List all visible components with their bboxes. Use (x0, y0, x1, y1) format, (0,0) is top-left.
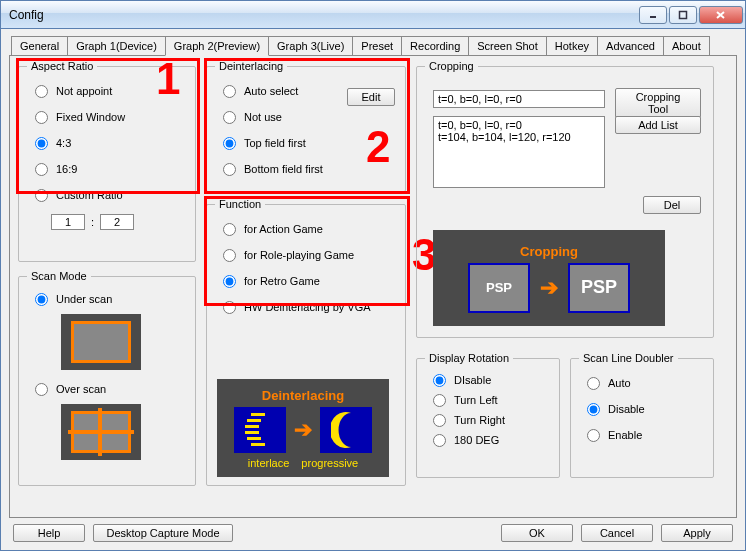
display-rotation-label-3: 180 DEG (454, 434, 499, 446)
arrow-icon: ➔ (540, 275, 558, 301)
cropping-list[interactable]: t=0, b=0, l=0, r=0t=104, b=104, l=120, r… (433, 116, 605, 188)
tab-preset[interactable]: Preset (352, 36, 402, 56)
display-rotation-option-0[interactable]: DIsable (425, 370, 551, 390)
dialog-buttons: Help Desktop Capture Mode OK Cancel Appl… (9, 518, 737, 542)
close-button[interactable] (699, 6, 743, 24)
function-option-0[interactable]: for Action Game (215, 216, 397, 242)
deinterlace-edit-button[interactable]: Edit (347, 88, 395, 106)
display-rotation-radio-1[interactable] (433, 394, 446, 407)
maximize-button[interactable] (669, 6, 697, 24)
tab-hotkey[interactable]: Hotkey (546, 36, 598, 56)
function-radio-1[interactable] (223, 249, 236, 262)
psp-before-box: PSP (468, 263, 530, 313)
function-option-3[interactable]: HW Deinterlacing by VGA (215, 294, 397, 320)
display-rotation-option-2[interactable]: Turn Right (425, 410, 551, 430)
scan-under-radio[interactable] (35, 293, 48, 306)
scan-line-doubler-option-0[interactable]: Auto (579, 370, 705, 396)
deinterlacing-radio-1[interactable] (223, 111, 236, 124)
svg-rect-5 (247, 419, 261, 422)
moon-progressive-icon (331, 411, 361, 449)
scan-line-doubler-option-2[interactable]: Enable (579, 422, 705, 448)
function-radio-3[interactable] (223, 301, 236, 314)
scan-line-doubler-legend: Scan Line Doubler (579, 352, 678, 364)
aspect-ratio-label-3: 16:9 (56, 163, 77, 175)
display-rotation-radio-0[interactable] (433, 374, 446, 387)
deinterlace-graphic: Deinterlacing ➔ (217, 379, 389, 477)
tab-graph-3-live-[interactable]: Graph 3(Live) (268, 36, 353, 56)
ok-button[interactable]: OK (501, 524, 573, 542)
moon-interlace-icon (245, 411, 275, 449)
display-rotation-radio-2[interactable] (433, 414, 446, 427)
deinterlacing-label-2: Top field first (244, 137, 306, 149)
apply-button[interactable]: Apply (661, 524, 733, 542)
tab-bar: GeneralGraph 1(Device)Graph 2(Preview)Gr… (9, 35, 737, 55)
scan-line-doubler-option-1[interactable]: Disable (579, 396, 705, 422)
cropping-add-button[interactable]: Add List (615, 116, 701, 134)
aspect-ratio-option-4[interactable]: Custom Ratio (27, 182, 187, 208)
tab-about[interactable]: About (663, 36, 710, 56)
scan-over-label: Over scan (56, 383, 106, 395)
minimize-button[interactable] (639, 6, 667, 24)
aspect-ratio-option-2[interactable]: 4:3 (27, 130, 187, 156)
aspect-ratio-radio-0[interactable] (35, 85, 48, 98)
function-option-1[interactable]: for Role-playing Game (215, 242, 397, 268)
cropping-list-item[interactable]: t=104, b=104, l=120, r=120 (438, 131, 600, 143)
cropping-list-item[interactable]: t=0, b=0, l=0, r=0 (438, 119, 600, 131)
scan-line-doubler-radio-2[interactable] (587, 429, 600, 442)
scan-line-doubler-radio-0[interactable] (587, 377, 600, 390)
aspect-ratio-label-1: Fixed Window (56, 111, 125, 123)
deinterlacing-group: Deinterlacing Auto selectNot useTop fiel… (206, 60, 406, 192)
display-rotation-label-0: DIsable (454, 374, 491, 386)
aspect-ratio-legend: Aspect Ratio (27, 60, 97, 72)
deinterlacing-radio-2[interactable] (223, 137, 236, 150)
over-scan-thumb (61, 404, 141, 460)
scan-over-row[interactable]: Over scan (27, 378, 187, 400)
aspect-ratio-radio-3[interactable] (35, 163, 48, 176)
deinterlacing-label-1: Not use (244, 111, 282, 123)
aspect-ratio-option-0[interactable]: Not appoint (27, 78, 187, 104)
aspect-ratio-option-3[interactable]: 16:9 (27, 156, 187, 182)
custom-ratio-w-input[interactable] (51, 214, 85, 230)
scan-line-doubler-group: Scan Line Doubler AutoDisableEnable (570, 352, 714, 478)
function-option-2[interactable]: for Retro Game (215, 268, 397, 294)
scan-line-doubler-label-1: Disable (608, 403, 645, 415)
cropping-current-input[interactable] (433, 90, 605, 108)
cancel-button[interactable]: Cancel (581, 524, 653, 542)
tab-screen-shot[interactable]: Screen Shot (468, 36, 547, 56)
deinterlacing-option-3[interactable]: Bottom field first (215, 156, 397, 182)
svg-rect-4 (251, 413, 265, 416)
help-button[interactable]: Help (13, 524, 85, 542)
aspect-ratio-option-1[interactable]: Fixed Window (27, 104, 187, 130)
deint-graphic-title: Deinterlacing (262, 388, 344, 403)
aspect-ratio-label-0: Not appoint (56, 85, 112, 97)
display-rotation-option-3[interactable]: 180 DEG (425, 430, 551, 450)
cropping-graphic: Cropping PSP ➔ PSP (433, 230, 665, 326)
tab-graph-1-device-[interactable]: Graph 1(Device) (67, 36, 166, 56)
deinterlacing-radio-3[interactable] (223, 163, 236, 176)
desktop-capture-button[interactable]: Desktop Capture Mode (93, 524, 233, 542)
aspect-ratio-radio-2[interactable] (35, 137, 48, 150)
tab-recording[interactable]: Recording (401, 36, 469, 56)
cropping-tool-button[interactable]: Cropping Tool (615, 88, 701, 118)
function-radio-0[interactable] (223, 223, 236, 236)
deinterlacing-radio-0[interactable] (223, 85, 236, 98)
custom-ratio-h-input[interactable] (100, 214, 134, 230)
function-radio-2[interactable] (223, 275, 236, 288)
scan-over-radio[interactable] (35, 383, 48, 396)
aspect-ratio-radio-4[interactable] (35, 189, 48, 202)
deinterlacing-option-1[interactable]: Not use (215, 104, 397, 130)
display-rotation-radio-3[interactable] (433, 434, 446, 447)
function-label-1: for Role-playing Game (244, 249, 354, 261)
tab-advanced[interactable]: Advanced (597, 36, 664, 56)
cropping-graphic-title: Cropping (520, 244, 578, 259)
scan-line-doubler-radio-1[interactable] (587, 403, 600, 416)
tab-graph-2-preview-[interactable]: Graph 2(Preview) (165, 36, 269, 56)
tab-general[interactable]: General (11, 36, 68, 56)
window-title: Config (9, 8, 639, 22)
deinterlacing-option-2[interactable]: Top field first (215, 130, 397, 156)
display-rotation-label-1: Turn Left (454, 394, 498, 406)
scan-under-row[interactable]: Under scan (27, 288, 187, 310)
display-rotation-option-1[interactable]: Turn Left (425, 390, 551, 410)
cropping-del-button[interactable]: Del (643, 196, 701, 214)
aspect-ratio-radio-1[interactable] (35, 111, 48, 124)
